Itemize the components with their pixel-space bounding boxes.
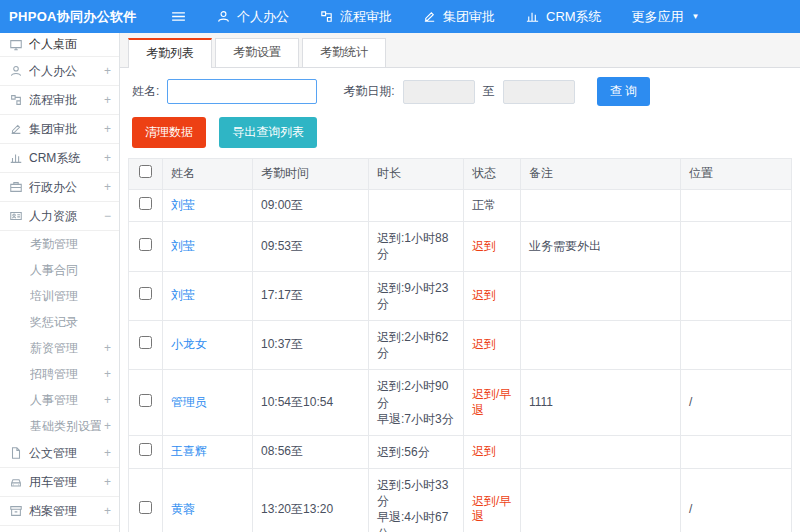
name-filter-label: 姓名: xyxy=(132,83,159,100)
desktop-icon xyxy=(9,38,23,52)
duration-cell: 迟到:56分 xyxy=(369,435,464,468)
sidebar-item-label: 基础类别设置 xyxy=(30,418,101,435)
menu-toggle-button[interactable] xyxy=(170,8,187,25)
employee-name-link[interactable]: 刘莹 xyxy=(171,239,195,253)
row-checkbox[interactable] xyxy=(139,443,152,456)
date-filter-label: 考勤日期: xyxy=(343,83,394,100)
table-row: 王喜辉08:56至迟到:56分迟到 xyxy=(129,435,792,468)
sidebar-item-vehicle-management[interactable]: 用车管理+ xyxy=(0,468,119,497)
employee-name-link[interactable]: 管理员 xyxy=(171,395,207,409)
sidebar-item-personnel-management[interactable]: 人事管理+ xyxy=(0,387,119,413)
duration-line: 迟到:56分 xyxy=(377,444,455,460)
expand-icon: + xyxy=(101,64,111,78)
row-checkbox[interactable] xyxy=(139,238,152,251)
nav-item-personal-office[interactable]: 个人办公 xyxy=(201,0,304,33)
status-badge: 迟到/早退 xyxy=(472,494,511,524)
sidebar-item-recruitment-management[interactable]: 招聘管理+ xyxy=(0,361,119,387)
briefcase-icon xyxy=(9,180,23,194)
sidebar-item-project-management[interactable]: 项目管理+ xyxy=(0,526,119,532)
flow-icon xyxy=(319,9,334,24)
note-cell xyxy=(521,271,681,320)
sidebar-item-label: 人力资源 xyxy=(29,208,101,225)
sidebar-item-label: 个人桌面 xyxy=(29,36,101,53)
export-list-button[interactable]: 导出查询列表 xyxy=(219,117,317,148)
status-cell: 迟到 xyxy=(464,320,521,369)
name-input[interactable] xyxy=(167,79,317,104)
status-badge: 正常 xyxy=(472,198,496,212)
status-cell: 迟到/早退 xyxy=(464,370,521,436)
sidebar-item-training-management[interactable]: 培训管理 xyxy=(0,283,119,309)
tab-attendance-list[interactable]: 考勤列表 xyxy=(128,38,212,68)
sidebar-item-label: 人事管理 xyxy=(30,392,101,409)
employee-name-link[interactable]: 刘莹 xyxy=(171,288,195,302)
sidebar-item-attendance-management[interactable]: 考勤管理 xyxy=(0,231,119,257)
row-checkbox[interactable] xyxy=(139,197,152,210)
duration-line: 迟到:1小时88分 xyxy=(377,230,455,262)
chart-icon xyxy=(525,9,540,24)
location-cell: / xyxy=(681,370,792,436)
duration-line: 迟到:9小时23分 xyxy=(377,280,455,312)
query-button[interactable]: 查 询 xyxy=(597,77,650,106)
clear-data-button[interactable]: 清理数据 xyxy=(132,117,206,148)
nav-item-crm-system[interactable]: CRM系统 xyxy=(510,0,617,33)
sidebar-item-label: 档案管理 xyxy=(29,503,101,520)
tab-attendance-settings[interactable]: 考勤设置 xyxy=(215,38,299,67)
sidebar-item-admin-office[interactable]: 行政办公+ xyxy=(0,173,119,202)
nav-item-more-apps[interactable]: 更多应用▼ xyxy=(617,0,715,33)
nav-item-label: CRM系统 xyxy=(546,8,602,26)
time-cell: 08:56至 xyxy=(253,435,369,468)
duration-line: 早退:4小时67分 xyxy=(377,509,455,532)
date-from-input[interactable] xyxy=(403,80,475,104)
app-logo[interactable]: PHPOA协同办公软件 xyxy=(0,8,120,26)
attendance-table: 姓名考勤时间时长状态备注位置 刘莹09:00至正常刘莹09:53至迟到:1小时8… xyxy=(128,158,792,532)
sidebar-item-crm-system[interactable]: CRM系统+ xyxy=(0,144,119,173)
sidebar-item-human-resources[interactable]: 人力资源− xyxy=(0,202,119,231)
row-checkbox[interactable] xyxy=(139,336,152,349)
row-checkbox[interactable] xyxy=(139,394,152,407)
sidebar-item-label: 考勤管理 xyxy=(30,236,101,253)
row-checkbox-cell xyxy=(129,469,163,532)
sidebar-item-base-category-settings[interactable]: 基础类别设置+ xyxy=(0,413,119,439)
sidebar-item-document-management[interactable]: 公文管理+ xyxy=(0,439,119,468)
sidebar-item-label: 人事合同 xyxy=(30,262,101,279)
idcard-icon xyxy=(9,209,23,223)
tab-attendance-statistics[interactable]: 考勤统计 xyxy=(302,38,386,67)
name-cell: 小龙女 xyxy=(163,320,253,369)
expand-icon: + xyxy=(101,93,111,107)
sidebar-item-personal-desktop[interactable]: 个人桌面 xyxy=(0,33,119,57)
employee-name-link[interactable]: 小龙女 xyxy=(171,337,207,351)
sidebar-item-label: 公文管理 xyxy=(29,445,101,462)
sidebar-item-personnel-contract[interactable]: 人事合同 xyxy=(0,257,119,283)
attendance-table-head: 姓名考勤时间时长状态备注位置 xyxy=(129,159,792,190)
sidebar-item-label: 个人办公 xyxy=(29,63,101,80)
name-cell: 刘莹 xyxy=(163,189,253,222)
time-cell: 17:17至 xyxy=(253,271,369,320)
expand-icon: + xyxy=(101,367,111,381)
table-row: 黄蓉13:20至13:20迟到:5小时33分早退:4小时67分迟到/早退/ xyxy=(129,469,792,532)
status-cell: 迟到 xyxy=(464,271,521,320)
row-checkbox[interactable] xyxy=(139,287,152,300)
sidebar-item-salary-management[interactable]: 薪资管理+ xyxy=(0,335,119,361)
employee-name-link[interactable]: 黄蓉 xyxy=(171,502,195,516)
nav-item-workflow-approval[interactable]: 流程审批 xyxy=(304,0,407,33)
row-checkbox-cell xyxy=(129,370,163,436)
table-row: 刘莹17:17至迟到:9小时23分迟到 xyxy=(129,271,792,320)
duration-cell xyxy=(369,189,464,222)
employee-name-link[interactable]: 刘莹 xyxy=(171,198,195,212)
row-checkbox-cell xyxy=(129,189,163,222)
select-all-checkbox[interactable] xyxy=(139,165,152,178)
employee-name-link[interactable]: 王喜辉 xyxy=(171,444,207,458)
row-checkbox-cell xyxy=(129,222,163,271)
row-checkbox[interactable] xyxy=(139,501,152,514)
date-to-input[interactable] xyxy=(503,80,575,104)
time-cell: 09:00至 xyxy=(253,189,369,222)
sidebar-item-workflow-approval[interactable]: 流程审批+ xyxy=(0,86,119,115)
table-row: 刘莹09:53至迟到:1小时88分迟到业务需要外出 xyxy=(129,222,792,271)
sidebar-item-reward-punishment-records[interactable]: 奖惩记录 xyxy=(0,309,119,335)
sidebar-item-group-approval[interactable]: 集团审批+ xyxy=(0,115,119,144)
sidebar-item-archive-management[interactable]: 档案管理+ xyxy=(0,497,119,526)
status-cell: 正常 xyxy=(464,189,521,222)
nav-item-group-approval[interactable]: 集团审批 xyxy=(407,0,510,33)
row-checkbox-cell xyxy=(129,320,163,369)
sidebar-item-personal-office[interactable]: 个人办公+ xyxy=(0,57,119,86)
